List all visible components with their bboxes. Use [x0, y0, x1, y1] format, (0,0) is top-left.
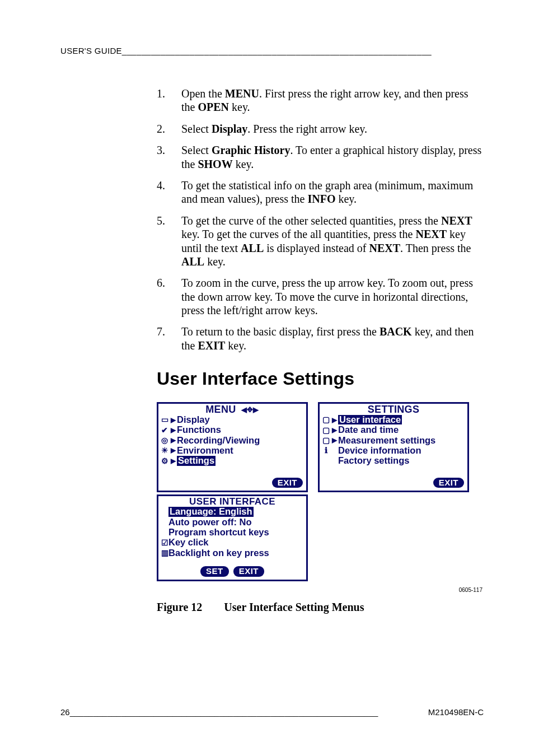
menu-item[interactable]: ◎▶Recording/Viewing — [160, 436, 304, 446]
menu-item[interactable]: ℹ▶Device information — [321, 446, 465, 456]
menu-item[interactable]: ☀▶Environment — [160, 446, 304, 456]
ordered-steps: 1.Open the MENU. First press the right a… — [157, 87, 484, 352]
step-number: 7. — [157, 325, 181, 352]
text: key. — [335, 193, 357, 205]
menu-item[interactable]: ▥Backlight on key press — [161, 548, 304, 558]
step-item: 5.To get the curve of the other selected… — [157, 214, 484, 269]
menu-item[interactable]: Program shortcut keys — [161, 528, 304, 538]
menu-item-label: Factory settings — [338, 456, 409, 465]
step-number: 5. — [157, 214, 181, 269]
menu-item-label: Environment — [177, 446, 233, 455]
bold-text: ALL — [181, 255, 204, 268]
ℹ-icon: ℹ — [321, 446, 331, 455]
lcd-title-text: SETTINGS — [368, 404, 419, 415]
lcd-menu: MENU ◀✥▶ ▭▶Display✔▶Functions◎▶Recording… — [157, 402, 308, 492]
step-number: 4. — [157, 179, 181, 206]
menu-item-label: Language: English — [168, 507, 254, 516]
page: USER'S GUIDE____________________________… — [0, 0, 534, 756]
header-rule: ________________________________________… — [122, 46, 432, 55]
lcd-title: SETTINGS — [320, 404, 467, 415]
lcd-title: MENU ◀✥▶ — [158, 404, 306, 415]
running-header: USER'S GUIDE____________________________… — [60, 46, 484, 55]
bold-text: SHOW — [198, 158, 232, 170]
menu-item[interactable]: ▢▶User interface — [321, 415, 465, 425]
screens-row-2: USER INTERFACE Language: EnglishAuto pow… — [157, 494, 484, 581]
set-softkey[interactable]: SET — [200, 566, 229, 577]
arrow-icon: ▶ — [331, 427, 338, 434]
step-text: To get the statistical info on the graph… — [181, 179, 484, 206]
bold-text: Graphic History — [212, 144, 291, 156]
lcd-body: ▢▶User interface▢▶Date and time▢▶Measure… — [320, 415, 467, 466]
arrow-icon: ▶ — [170, 417, 176, 424]
bold-text: NEXT — [441, 214, 472, 227]
menu-item-label: Auto power off: No — [168, 517, 251, 527]
text: is displayed instead of — [264, 242, 369, 254]
menu-item[interactable]: ☑Key click — [161, 538, 304, 548]
✔-icon: ✔ — [160, 426, 170, 435]
step-item: 4.To get the statistical info on the gra… — [157, 179, 484, 206]
bold-text: Display — [212, 123, 247, 135]
menu-item-label: Program shortcut keys — [168, 528, 269, 537]
▥-icon: ▥ — [161, 549, 168, 557]
arrow-icon: ▶ — [331, 417, 338, 424]
step-number: 2. — [157, 122, 181, 136]
text: key. — [229, 101, 250, 113]
bold-text: OPEN — [198, 101, 229, 113]
bold-text: NEXT — [416, 228, 447, 240]
text: . Press the right arrow key. — [247, 123, 367, 135]
text: key. — [204, 255, 226, 268]
menu-item[interactable]: ⚙▶Settings — [160, 456, 304, 466]
☑-icon: ☑ — [161, 539, 168, 547]
menu-item-label: Measurement settings — [338, 436, 435, 445]
doc-code: M210498EN-C — [428, 707, 484, 717]
lcd-body: ▭▶Display✔▶Functions◎▶Recording/Viewing☀… — [158, 415, 306, 466]
nav-glyph-icon: ◀✥▶ — [241, 406, 259, 414]
exit-softkey[interactable]: EXIT — [272, 478, 303, 488]
arrow-icon: ▶ — [170, 447, 176, 454]
text: key. — [233, 158, 254, 170]
menu-item[interactable]: Language: English — [161, 507, 304, 517]
step-item: 6.To zoom in the curve, press the up arr… — [157, 276, 484, 317]
step-item: 2.Select Display. Press the right arrow … — [157, 122, 484, 136]
step-item: 3.Select Graphic History. To enter a gra… — [157, 143, 484, 171]
bold-text: EXIT — [198, 339, 225, 352]
step-text: To zoom in the curve, press the up arrow… — [181, 276, 484, 317]
menu-item-label: Functions — [177, 425, 221, 435]
menu-item[interactable]: ▢▶Date and time — [321, 425, 465, 435]
figure-caption: Figure 12 User Interface Setting Menus — [157, 600, 484, 614]
text: key. — [225, 339, 246, 352]
footer: 26 _____________________________________… — [60, 707, 484, 717]
footer-rule: ________________________________________… — [70, 707, 428, 717]
menu-item[interactable]: ▢▶Measurement settings — [321, 436, 465, 446]
step-text: Select Display. Press the right arrow ke… — [181, 122, 484, 136]
menu-item[interactable]: ✔▶Functions — [160, 425, 304, 435]
menu-item-label: Backlight on key press — [168, 548, 269, 558]
menu-item[interactable]: ▭▶Display — [160, 415, 304, 425]
lcd-settings: SETTINGS ▢▶User interface▢▶Date and time… — [318, 402, 469, 492]
step-text: To return to the basic display, first pr… — [181, 325, 484, 352]
lcd-body: Language: EnglishAuto power off: NoProgr… — [158, 507, 306, 558]
text: . Then press the — [400, 242, 471, 254]
step-text: Select Graphic History. To enter a graph… — [181, 143, 484, 171]
step-text: To get the curve of the other selected q… — [181, 214, 484, 269]
exit-softkey[interactable]: EXIT — [233, 566, 264, 577]
exit-softkey[interactable]: EXIT — [433, 478, 464, 488]
menu-item-label: Key click — [168, 538, 209, 547]
◎-icon: ◎ — [160, 436, 170, 445]
menu-item-label: Recording/Viewing — [177, 436, 260, 445]
step-item: 7.To return to the basic display, first … — [157, 325, 484, 352]
step-number: 6. — [157, 276, 181, 317]
menu-item[interactable]: Auto power off: No — [161, 517, 304, 528]
menu-item-label: User interface — [338, 415, 402, 424]
softkey-row: EXIT — [158, 475, 306, 491]
step-number: 3. — [157, 143, 181, 171]
menu-item-label: Device information — [338, 446, 421, 455]
text: key. To get the curves of the all quanti… — [181, 228, 416, 240]
arrow-icon: ▶ — [170, 437, 176, 444]
bold-text: NEXT — [369, 242, 401, 254]
text: To get the curve of the other selected q… — [181, 214, 441, 227]
menu-item[interactable]: ▶Factory settings — [321, 456, 465, 466]
screens-row-1: MENU ◀✥▶ ▭▶Display✔▶Functions◎▶Recording… — [157, 402, 484, 492]
text: Select — [181, 144, 212, 156]
▢-icon: ▢ — [321, 426, 331, 435]
